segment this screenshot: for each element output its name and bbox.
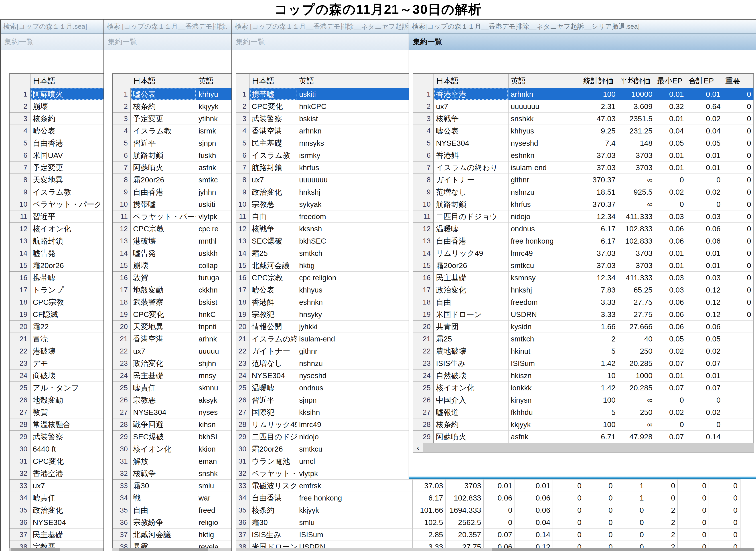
en-cell[interactable]: ondnus bbox=[508, 223, 581, 235]
ja-cell[interactable]: イスラムの終わり bbox=[434, 161, 508, 174]
v1-cell[interactable]: 10000 bbox=[618, 88, 655, 100]
ja-cell[interactable]: リムリック49 bbox=[250, 419, 297, 431]
s6-cell[interactable]: 1 bbox=[615, 480, 646, 492]
en-cell[interactable]: lmrc49 bbox=[508, 247, 581, 259]
en-cell[interactable]: khhyus bbox=[297, 284, 413, 296]
en-cell[interactable]: isulam-end bbox=[508, 161, 581, 174]
ja-cell[interactable]: 温暖嘘 bbox=[250, 382, 297, 394]
ja-cell[interactable]: 航路封鎖 bbox=[131, 149, 196, 161]
ja-cell[interactable]: 核イオン化 bbox=[131, 443, 196, 455]
en-cell[interactable]: free honkong bbox=[297, 492, 413, 504]
panel-titlebar[interactable]: 集約一覧 bbox=[409, 34, 756, 50]
en-cell[interactable]: mnsyks bbox=[297, 137, 413, 149]
ja-cell[interactable]: 霜20or26 bbox=[250, 443, 297, 455]
s4-cell[interactable]: 0 bbox=[553, 504, 584, 516]
ja-cell[interactable]: 香港餌 bbox=[250, 296, 297, 308]
v3-cell[interactable]: 0.02 bbox=[686, 406, 723, 419]
column-header-en[interactable]: 英語 bbox=[508, 74, 581, 88]
ja-cell[interactable]: 宗教悪 bbox=[250, 198, 297, 210]
s1-cell[interactable]: 1694.333 bbox=[445, 504, 484, 516]
en-cell[interactable]: cpc religion bbox=[297, 271, 413, 284]
v3-cell[interactable]: 0.01 bbox=[686, 247, 723, 259]
v2-cell[interactable]: 0.07 bbox=[655, 357, 686, 370]
s4-cell[interactable]: 0 bbox=[553, 516, 584, 529]
en-cell[interactable]: ISISum bbox=[508, 357, 581, 370]
table-row[interactable]: 33電磁波リスクemfrsk37.0337030.010.01001000 bbox=[236, 480, 740, 492]
en-cell[interactable]: snshkk bbox=[508, 112, 581, 125]
ja-cell[interactable]: 武装警察 bbox=[131, 296, 196, 308]
v1-cell[interactable]: 411.333 bbox=[618, 271, 655, 284]
s7-cell[interactable]: 2 bbox=[646, 504, 678, 516]
ja-cell[interactable]: 港破壊 bbox=[131, 235, 196, 247]
ja-cell[interactable]: 戦争回避 bbox=[131, 419, 196, 431]
ja-cell[interactable]: 武装警察 bbox=[250, 112, 297, 125]
ja-cell[interactable]: 民主基礎 bbox=[250, 137, 297, 149]
ja-cell[interactable]: ISIS生み bbox=[434, 357, 508, 370]
table-row[interactable]: 27嘘報道fkhhdu52500.020.02 bbox=[413, 406, 754, 419]
v0-cell[interactable]: 37.03 bbox=[581, 259, 618, 271]
en-cell[interactable]: khhyus bbox=[508, 125, 581, 137]
v0-cell[interactable]: 2 bbox=[581, 333, 618, 345]
v4-cell[interactable]: 0 bbox=[723, 174, 754, 186]
s6-cell[interactable]: 0 bbox=[615, 529, 646, 541]
v2-cell[interactable]: 0.06 bbox=[655, 235, 686, 247]
ja-cell[interactable]: 霜30 bbox=[131, 480, 196, 492]
v4-cell[interactable] bbox=[723, 321, 754, 333]
en-cell[interactable]: uuuuuuu bbox=[508, 100, 581, 112]
en-cell[interactable]: bkhSEC bbox=[297, 235, 413, 247]
v3-cell[interactable]: 0.06 bbox=[686, 321, 723, 333]
v4-cell[interactable]: 0 bbox=[723, 223, 754, 235]
s9-cell[interactable]: 0 bbox=[709, 504, 740, 516]
v4-cell[interactable] bbox=[723, 431, 754, 443]
table-row[interactable]: 14リムリック49lmrc4937.0337030.010.010 bbox=[413, 247, 754, 259]
ja-cell[interactable]: 自由香港 bbox=[434, 235, 508, 247]
en-cell[interactable]: hnkCPC bbox=[297, 100, 413, 112]
ja-cell[interactable]: 情報公開 bbox=[250, 321, 297, 333]
en-cell[interactable]: sjnpn bbox=[297, 394, 413, 406]
table-row[interactable]: 28核条約kkjyyk100∞00 bbox=[413, 419, 754, 431]
ja-cell[interactable]: 携帯嘘 bbox=[131, 198, 196, 210]
ja-cell[interactable]: 霜25 bbox=[250, 247, 297, 259]
en-cell[interactable]: emfrsk bbox=[297, 480, 413, 492]
table-corner-cell[interactable] bbox=[10, 74, 30, 88]
v2-cell[interactable]: 0.05 bbox=[655, 137, 686, 149]
v3-cell[interactable]: 0.01 bbox=[686, 161, 723, 174]
ja-cell[interactable]: イスラム教 bbox=[131, 125, 196, 137]
table-corner-cell[interactable] bbox=[236, 74, 250, 88]
v3-cell[interactable]: 0 bbox=[686, 174, 723, 186]
ja-cell[interactable]: CPC宗教 bbox=[131, 223, 196, 235]
ja-cell[interactable]: 宗教犯 bbox=[250, 308, 297, 321]
s7-cell[interactable]: 0 bbox=[646, 492, 678, 504]
s8-cell[interactable]: 0 bbox=[678, 516, 709, 529]
s2-cell[interactable]: 0 bbox=[484, 504, 515, 516]
s4-cell[interactable]: 0 bbox=[553, 480, 584, 492]
table-row[interactable]: 25核イオン化ionkkk1.4220.2850.070.07 bbox=[413, 382, 754, 394]
s3-cell[interactable]: 0.04 bbox=[515, 516, 553, 529]
ja-cell[interactable]: 香港空港 bbox=[131, 333, 196, 345]
v4-cell[interactable] bbox=[723, 394, 754, 406]
v4-cell[interactable]: 0 bbox=[723, 100, 754, 112]
v4-cell[interactable]: 0 bbox=[723, 125, 754, 137]
en-cell[interactable]: ionkkk bbox=[508, 382, 581, 394]
ja-cell[interactable]: 核イオン化 bbox=[434, 382, 508, 394]
en-cell[interactable]: smlu bbox=[297, 516, 413, 529]
v1-cell[interactable]: 20.285 bbox=[618, 357, 655, 370]
en-cell[interactable]: arhnkn bbox=[297, 125, 413, 137]
column-header-v1[interactable]: 平均評価 bbox=[618, 74, 655, 88]
s5-cell[interactable]: 0 bbox=[584, 516, 615, 529]
v2-cell[interactable]: 0.01 bbox=[655, 88, 686, 100]
ja-cell[interactable]: 香港空港 bbox=[250, 125, 297, 137]
v3-cell[interactable]: 0.64 bbox=[686, 100, 723, 112]
s1-cell[interactable]: 2562.5 bbox=[445, 516, 484, 529]
ja-cell[interactable]: 阿蘇噴火 bbox=[434, 431, 508, 443]
table-row[interactable]: 11二匹目のドジョウnidojo12.34411.3330.030.030 bbox=[413, 210, 754, 223]
v0-cell[interactable]: 370.37 bbox=[581, 174, 618, 186]
ja-cell[interactable]: 天変地異 bbox=[131, 321, 196, 333]
s9-cell[interactable]: 0 bbox=[709, 492, 740, 504]
v1-cell[interactable]: 3703 bbox=[618, 161, 655, 174]
v1-cell[interactable]: 40 bbox=[618, 333, 655, 345]
ja-cell[interactable]: 民主基礎 bbox=[434, 271, 508, 284]
v2-cell[interactable]: 0.32 bbox=[655, 100, 686, 112]
v1-cell[interactable]: 148 bbox=[618, 137, 655, 149]
column-header-en[interactable]: 英語 bbox=[297, 74, 413, 88]
